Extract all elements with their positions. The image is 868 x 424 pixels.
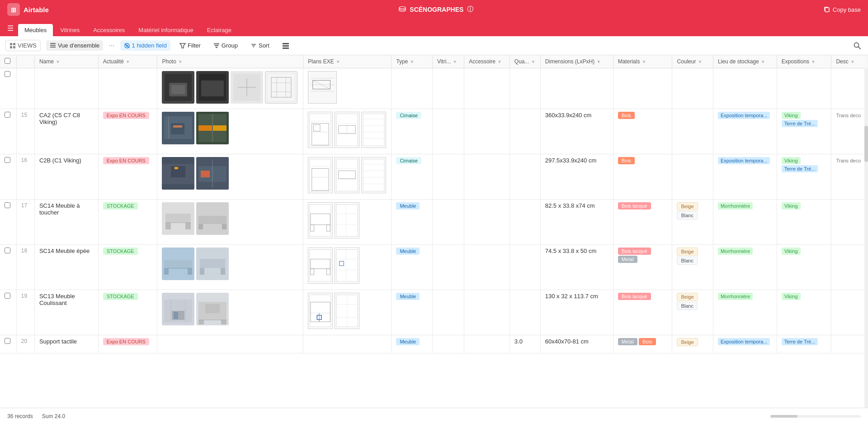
- row-actualite: STOCKAGE: [98, 200, 157, 245]
- table-row[interactable]: 17 SC14 Meuble à toucher STOCKAGE: [0, 200, 868, 245]
- hidden-fields-btn[interactable]: 1 hidden field: [120, 40, 170, 51]
- tab-eclairage[interactable]: Eclairage: [201, 24, 238, 36]
- row-name: Support tactile: [34, 335, 98, 353]
- svg-rect-10: [50, 47, 56, 48]
- horizontal-scrollbar-thumb[interactable]: [770, 415, 797, 418]
- row-vitri: [432, 109, 464, 154]
- search-btn[interactable]: [852, 40, 863, 51]
- row-couleur: [672, 109, 713, 154]
- hamburger-menu[interactable]: ☰: [4, 20, 17, 36]
- table-row[interactable]: [0, 68, 868, 109]
- table-row[interactable]: 20 Support tactile Expo EN COURS Meuble …: [0, 335, 868, 353]
- row-photo: [157, 245, 303, 290]
- vue-ensemble-btn[interactable]: Vue d'ensemble: [46, 40, 103, 51]
- row-type: [392, 68, 433, 109]
- row-height-icon: [282, 42, 289, 49]
- row-checkbox[interactable]: [0, 200, 16, 245]
- row-actualite: STOCKAGE: [98, 245, 157, 290]
- svg-rect-147: [198, 320, 204, 324]
- table-row[interactable]: 16 C2B (C1 Viking) Expo EN COURS: [0, 154, 868, 200]
- svg-rect-8: [50, 43, 56, 44]
- row-photo: [157, 290, 303, 335]
- material-badge: Bois lacqué: [618, 248, 651, 255]
- expo-tag: Terre de Tré...: [782, 165, 818, 172]
- info-icon[interactable]: ⓘ: [467, 5, 473, 14]
- lieu-tag: Morrhonnière: [718, 202, 753, 210]
- row-accessoire: [464, 68, 510, 109]
- row-checkbox[interactable]: [0, 290, 16, 335]
- table-row[interactable]: 15 CA2 (C5 C7 C8 Viking) Expo EN COURS: [0, 109, 868, 154]
- plans-exe-header[interactable]: Plans EXE▼: [303, 55, 392, 68]
- svg-rect-92: [362, 157, 386, 192]
- couleur-badge: Beige: [677, 202, 698, 210]
- tab-accessoires[interactable]: Accessoires: [87, 24, 131, 36]
- sort-btn[interactable]: Sort: [247, 40, 273, 51]
- row-expositions: Viking: [777, 290, 831, 335]
- tab-materiel[interactable]: Matériel informatique: [132, 24, 199, 36]
- row-accessoire: [464, 245, 510, 290]
- row-checkbox[interactable]: [0, 154, 16, 200]
- couleur-header[interactable]: Couleur▼: [672, 55, 713, 68]
- row-checkbox[interactable]: [0, 335, 16, 353]
- svg-rect-121: [188, 268, 192, 275]
- svg-rect-16: [215, 45, 218, 46]
- row-plans: [303, 290, 392, 335]
- svg-rect-68: [362, 112, 386, 147]
- select-all-header[interactable]: [0, 55, 16, 68]
- name-header[interactable]: Name▼: [34, 55, 98, 68]
- row-desc: Trans deco: [831, 154, 868, 200]
- row-checkbox[interactable]: [0, 68, 16, 109]
- row-materials: Bois lacqué Metal: [613, 245, 672, 290]
- row-couleur: [672, 154, 713, 200]
- copy-base-btn[interactable]: Copy base: [824, 6, 861, 13]
- dimensions-header[interactable]: Dimensions (LxPxH)▼: [540, 55, 613, 68]
- material-badge: Metal: [618, 338, 637, 345]
- desc-header[interactable]: Desc▼: [831, 55, 868, 68]
- row-name: SC13 Meuble Coulissant: [34, 290, 98, 335]
- photo-header[interactable]: Photo▼: [157, 55, 303, 68]
- more-options-btn[interactable]: ···: [108, 42, 114, 50]
- actualite-badge: STOCKAGE: [103, 202, 138, 210]
- table-row[interactable]: 18 SC14 Meuble épée STOCKAGE: [0, 245, 868, 290]
- hidden-field-label: 1 hidden field: [132, 42, 167, 49]
- lieu-stockage-header[interactable]: Lieu de stockage▼: [713, 55, 777, 68]
- type-badge: Cimaise: [396, 112, 421, 119]
- row-checkbox[interactable]: [0, 245, 16, 290]
- row-accessoire: [464, 290, 510, 335]
- qua-header[interactable]: Qua...▼: [509, 55, 540, 68]
- filter-btn[interactable]: Filter: [176, 40, 204, 51]
- row-actualite: Expo EN COURS: [98, 154, 157, 200]
- row-height-btn[interactable]: [278, 40, 293, 51]
- horizontal-scrollbar[interactable]: [770, 415, 861, 418]
- svg-rect-151: [308, 293, 332, 328]
- svg-rect-113: [335, 203, 359, 238]
- row-expositions: [777, 68, 831, 109]
- type-header[interactable]: Type▼: [392, 55, 433, 68]
- group-btn[interactable]: Group: [210, 40, 241, 51]
- row-qua: [509, 290, 540, 335]
- row-desc: [831, 68, 868, 109]
- accessoire-header[interactable]: Accessoire▼: [464, 55, 510, 68]
- row-dimensions: 60x40x70-81 cm: [540, 335, 613, 353]
- vitri-header[interactable]: Vitri...▼: [432, 55, 464, 68]
- nav-bar: ☰ Meubles Vitrines Accessoires Matériel …: [0, 19, 868, 36]
- scrollbar-track[interactable]: [864, 55, 868, 408]
- scrollbar-thumb[interactable]: [864, 126, 868, 162]
- tab-vitrines[interactable]: Vitrines: [54, 24, 86, 36]
- actualite-header[interactable]: Actualité▼: [98, 55, 157, 68]
- row-checkbox[interactable]: [0, 109, 16, 154]
- materials-header[interactable]: Materials▼: [613, 55, 672, 68]
- views-button[interactable]: VIEWS: [5, 40, 41, 51]
- expositions-header[interactable]: Expositions▼: [777, 55, 831, 68]
- table-row[interactable]: 19 SC13 Meuble Coulissant STOCKAGE: [0, 290, 868, 335]
- table-wrapper[interactable]: Name▼ Actualité▼ Photo▼ Plans EXE▼ Type▼…: [0, 55, 868, 408]
- tab-meubles[interactable]: Meubles: [18, 24, 53, 36]
- records-count: 36 records: [7, 413, 33, 419]
- svg-rect-126: [221, 268, 225, 275]
- row-photo: [157, 68, 303, 109]
- select-all-checkbox[interactable]: [5, 58, 10, 64]
- svg-rect-30: [201, 81, 224, 96]
- row-type: Meuble: [392, 335, 433, 353]
- expo-tag: Viking: [782, 248, 801, 255]
- eye-slash-icon: [124, 43, 130, 49]
